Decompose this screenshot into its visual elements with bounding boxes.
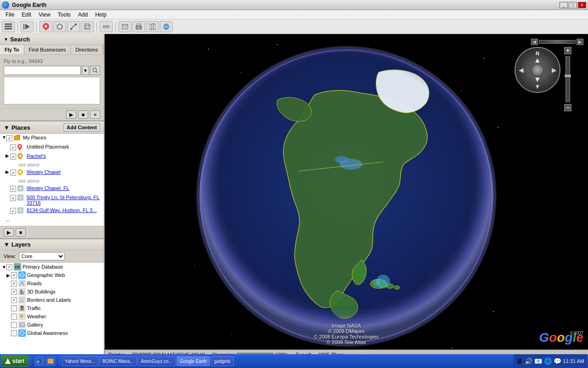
menu-edit[interactable]: Edit [18, 11, 35, 19]
expand-icon[interactable]: ▶ [6, 153, 10, 158]
layer-checkbox[interactable] [11, 330, 17, 336]
maximize-button[interactable]: □ [569, 2, 577, 8]
fly-dropdown-button[interactable]: ▼ [82, 66, 89, 75]
add-content-button[interactable]: Add Content [63, 123, 100, 132]
placemark-button[interactable] [40, 21, 52, 32]
menu-tools[interactable]: Tools [54, 11, 74, 19]
layer-checkbox[interactable] [11, 314, 17, 320]
earth-view-button[interactable] [160, 21, 173, 32]
wesley-chapel-fl-link[interactable]: Wesley Chapel, FL [27, 185, 69, 191]
gulf-way-link[interactable]: 8134 Gulf Way, Hudson, FL 3... [27, 207, 96, 213]
places-checkbox[interactable]: ✓ [10, 170, 16, 176]
search-header[interactable]: ▼ Search [0, 34, 104, 45]
trinity-ln-label[interactable]: 500 Trinity Ln, St Petersburg, FL 33716 [27, 195, 102, 206]
places-stop-button[interactable]: ■ [16, 228, 26, 236]
gallery-label: Gallery [27, 322, 43, 328]
layer-checkbox[interactable]: ✓ [11, 289, 17, 295]
nav-down-button[interactable]: ▼ [534, 75, 541, 84]
zoom-slider[interactable] [565, 56, 570, 102]
clear-button[interactable]: ✕ [90, 110, 100, 119]
volume-icon: 🔊 [525, 357, 532, 365]
scale-minus-button[interactable]: ◀ [531, 39, 538, 45]
menu-add[interactable]: Add [74, 11, 91, 19]
gadgets-taskbar[interactable]: gadgets [211, 356, 234, 366]
minimize-button[interactable]: _ [560, 2, 568, 8]
path-button[interactable] [67, 21, 80, 32]
wesley-chapel-fl-label[interactable]: Wesley Chapel, FL [27, 185, 102, 191]
menu-help[interactable]: Help [91, 11, 110, 19]
tab-fly-to[interactable]: Fly To [0, 45, 24, 54]
menu-view[interactable]: View [35, 11, 54, 19]
google-earth-taskbar[interactable]: Google Earth [176, 356, 210, 366]
places-checkbox[interactable]: ✓ [10, 186, 16, 192]
close-button[interactable]: ✕ [578, 2, 586, 8]
copyright-overlay: Image NASA © 2008 DMapes © 2008 Europa T… [314, 323, 379, 345]
polygon-button[interactable] [53, 21, 66, 32]
places-play-button[interactable]: ▶ [4, 228, 14, 236]
rachels-link[interactable]: Rachel's [27, 153, 46, 159]
email-icon[interactable] [45, 356, 56, 366]
boinc-taskbar[interactable]: BOINC Mana... [99, 356, 137, 366]
layers-header[interactable]: ▼ Layers [0, 239, 104, 250]
layer-checkbox[interactable]: ✓ [11, 272, 17, 278]
play-button[interactable]: ▶ [66, 110, 76, 119]
places-checkbox[interactable]: ✓ [10, 144, 16, 150]
see-above-text: see above [18, 162, 40, 167]
rachels-label[interactable]: Rachel's [27, 153, 102, 159]
map-button[interactable] [146, 21, 159, 32]
nav-west-button[interactable]: ◀ [516, 65, 526, 75]
places-header[interactable]: ▼ Places Add Content [0, 121, 104, 134]
layer-checkbox[interactable]: ✓ [6, 264, 12, 270]
stop-button[interactable]: ■ [78, 110, 88, 119]
svg-point-68 [194, 265, 195, 266]
svg-point-70 [231, 334, 232, 335]
places-checkbox[interactable]: ✓ [6, 135, 12, 141]
nav-east-button[interactable]: ▶ [549, 65, 559, 75]
email-button[interactable] [119, 21, 131, 32]
map-area[interactable]: ◀ ▶ N ▼ ◀ ▶ ▲ ▼ + [105, 34, 588, 359]
svg-point-60 [208, 49, 209, 50]
zoom-in-button[interactable]: + [564, 47, 571, 54]
tour-button[interactable] [21, 21, 34, 32]
layer-checkbox[interactable] [11, 322, 17, 328]
wesley-chapel-label[interactable]: Wesley Chapel [27, 169, 102, 175]
pin-yellow-icon [17, 169, 25, 177]
places-checkbox[interactable]: ✓ [10, 208, 16, 214]
fly-search-button[interactable] [90, 66, 100, 75]
ruler-button[interactable] [100, 21, 113, 32]
expand-icon[interactable]: ▼ [2, 135, 6, 140]
tab-find-businesses[interactable]: Find Businesses [24, 45, 71, 54]
gulf-way-label[interactable]: 8134 Gulf Way, Hudson, FL 3... [27, 207, 102, 213]
places-checkbox[interactable]: ✓ [10, 195, 16, 201]
zoom-out-button[interactable]: − [564, 104, 571, 111]
layer-checkbox[interactable]: ✓ [11, 297, 17, 303]
astroguyz-taskbar[interactable]: AstroGuyz.co... [138, 356, 175, 366]
ie-icon[interactable]: e [34, 356, 45, 366]
scale-plus-button[interactable]: ▶ [577, 39, 583, 45]
svg-point-61 [240, 72, 241, 73]
expand-icon[interactable]: ▶ [6, 169, 10, 174]
traffic-icon [18, 305, 26, 312]
expand-icon[interactable]: ▼ [2, 264, 6, 270]
layer-checkbox[interactable]: ✓ [11, 281, 17, 287]
start-button[interactable]: start [1, 356, 28, 367]
menu-file[interactable]: File [2, 11, 18, 19]
print-button[interactable] [132, 21, 145, 32]
sidebar-toggle-button[interactable] [2, 21, 15, 32]
fly-to-label: Fly to e.g., 94043 [4, 58, 100, 64]
wesley-chapel-link[interactable]: Wesley Chapel [27, 169, 61, 175]
fly-to-input[interactable] [4, 66, 81, 75]
layers-view-select[interactable]: Core All Custom [19, 252, 65, 260]
tab-directions[interactable]: Directions [71, 45, 103, 54]
layer-checkbox[interactable] [11, 305, 17, 311]
gallery-icon [18, 321, 26, 328]
places-checkbox[interactable]: ✓ [10, 154, 16, 160]
zoom-thumb[interactable] [565, 75, 571, 77]
nav-up-button[interactable]: ▲ [534, 56, 541, 64]
expand-icon[interactable]: ▶ [6, 273, 11, 278]
overlay-button[interactable] [81, 21, 94, 32]
trinity-ln-link[interactable]: 500 Trinity Ln, St Petersburg, FL 33716 [27, 195, 99, 206]
svg-rect-29 [19, 186, 22, 191]
yahoo-messenger-taskbar[interactable]: Yahoo! Mess... [62, 356, 98, 366]
nav-center-button[interactable] [532, 65, 543, 75]
